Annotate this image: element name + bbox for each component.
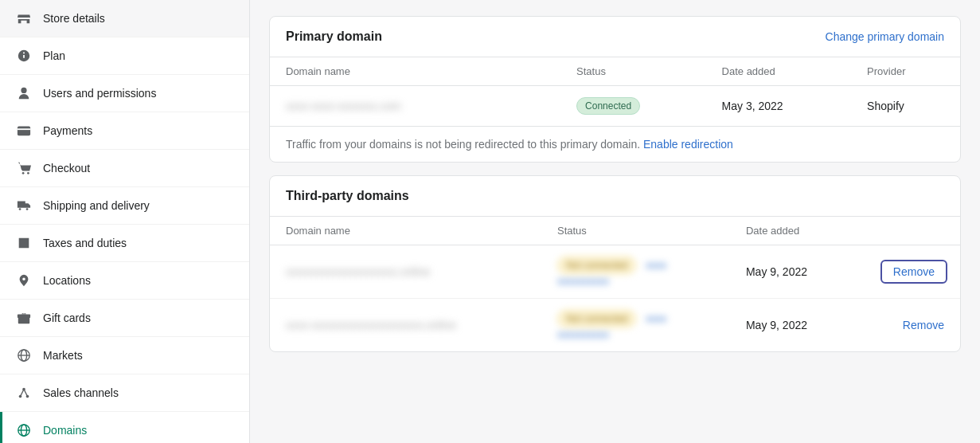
redirect-notice: Traffic from your domains is not being r… xyxy=(270,126,960,162)
primary-domain-row: xxxx-xxxx-xxxxxxx.com Connected May 3, 2… xyxy=(270,86,960,127)
primary-domain-status: Connected xyxy=(560,86,706,127)
sidebar-item-label: Locations xyxy=(43,274,91,287)
tp-status-badge-1: Not connected xyxy=(557,257,636,274)
tp-domain-blurred-2: xxxx-xxxxxxxxxxxxxxxxxxxx.online xyxy=(286,319,456,331)
sidebar-item-gift-cards[interactable]: Gift cards xyxy=(0,300,249,337)
svg-rect-0 xyxy=(18,127,30,136)
sidebar-item-label: Shipping and delivery xyxy=(43,199,150,212)
sidebar-item-label: Domains xyxy=(43,424,87,437)
shipping-icon xyxy=(16,198,32,214)
col-header-provider: Provider xyxy=(851,57,960,86)
sidebar-item-locations[interactable]: Locations xyxy=(0,262,249,300)
svg-point-3 xyxy=(19,208,21,210)
svg-rect-6 xyxy=(18,315,30,319)
col-header-status: Status xyxy=(560,57,706,86)
primary-domain-header: Primary domain Change primary domain xyxy=(270,17,960,57)
tp-status-cell-2: Not connected xxxx xxxxxxxxxx xyxy=(541,299,730,352)
third-party-domains-card: Third-party domains Domain name Status D… xyxy=(269,175,961,352)
plan-icon xyxy=(16,48,32,64)
domain-name-blurred: xxxx-xxxx-xxxxxxx.com xyxy=(286,100,401,112)
svg-line-13 xyxy=(21,390,25,397)
sidebar: Store details Plan Users and permissions… xyxy=(0,0,250,443)
sidebar-item-label: Payments xyxy=(43,124,92,137)
tp-date-2: May 9, 2022 xyxy=(730,299,865,352)
tp-domain-name-2: xxxx-xxxxxxxxxxxxxxxxxxxx.online xyxy=(270,299,541,352)
sidebar-item-label: Gift cards xyxy=(43,312,91,324)
sidebar-item-markets[interactable]: Markets xyxy=(0,337,249,374)
svg-line-14 xyxy=(24,390,28,397)
primary-domain-provider: Shopify xyxy=(851,86,960,127)
tp-col-header-date: Date added xyxy=(730,217,865,245)
sales-icon xyxy=(16,385,32,401)
tp-domain-row: xxxx-xxxxxxxxxxxxxxxxxxxx.online Not con… xyxy=(270,299,960,352)
sidebar-item-store-details[interactable]: Store details xyxy=(0,0,249,37)
remove-button-2[interactable]: Remove xyxy=(900,315,947,335)
tp-domain-name-1: xxxxxxxxxxxxxxxxxxxx.online xyxy=(270,245,541,299)
sidebar-item-sales-channels[interactable]: Sales channels xyxy=(0,374,249,412)
sidebar-item-plan[interactable]: Plan xyxy=(0,37,249,75)
users-icon xyxy=(16,85,32,101)
remove-button-1[interactable]: Remove xyxy=(880,260,947,284)
sidebar-item-label: Sales channels xyxy=(43,386,119,399)
sidebar-item-domains[interactable]: Domains xyxy=(0,412,249,443)
third-party-table-header: Domain name Status Date added xyxy=(270,217,960,245)
enable-redirection-link[interactable]: Enable redirection xyxy=(643,138,733,151)
sidebar-item-label: Store details xyxy=(43,12,105,25)
sidebar-item-shipping-and-delivery[interactable]: Shipping and delivery xyxy=(0,187,249,225)
connected-badge: Connected xyxy=(576,97,640,115)
tp-status-badge-2: Not connected xyxy=(557,310,636,327)
tp-domain-row: xxxxxxxxxxxxxxxxxxxx.online Not connecte… xyxy=(270,245,960,299)
third-party-domains-header: Third-party domains xyxy=(270,176,960,216)
tp-col-header-status: Status xyxy=(541,217,730,245)
sidebar-item-users-and-permissions[interactable]: Users and permissions xyxy=(0,75,249,112)
svg-rect-5 xyxy=(18,317,29,323)
primary-domain-name: xxxx-xxxx-xxxxxxx.com xyxy=(270,86,560,127)
tp-col-header-action xyxy=(865,217,960,245)
tp-date-1: May 9, 2022 xyxy=(730,245,865,299)
gift-icon xyxy=(16,310,32,326)
primary-domain-table-header: Domain name Status Date added Provider xyxy=(270,57,960,86)
third-party-domains-title: Third-party domains xyxy=(286,189,409,203)
tp-action-2: Remove xyxy=(865,299,960,352)
change-primary-domain-link[interactable]: Change primary domain xyxy=(826,30,944,43)
taxes-icon xyxy=(16,235,32,251)
svg-point-4 xyxy=(26,208,29,210)
svg-point-2 xyxy=(27,172,29,174)
sidebar-item-label: Taxes and duties xyxy=(43,237,127,249)
primary-domain-table: Domain name Status Date added Provider x… xyxy=(270,57,960,126)
svg-point-1 xyxy=(22,172,25,174)
col-header-domain-name: Domain name xyxy=(270,57,560,86)
sidebar-item-label: Users and permissions xyxy=(43,87,156,100)
col-header-date-added: Date added xyxy=(706,57,852,86)
locations-icon xyxy=(16,272,32,288)
third-party-domains-table: Domain name Status Date added xxxxxxxxxx… xyxy=(270,216,960,351)
tp-status-cell-1: Not connected xxxx xxxxxxxxxx xyxy=(541,245,730,299)
markets-icon xyxy=(16,347,32,363)
sidebar-item-payments[interactable]: Payments xyxy=(0,112,249,150)
store-icon xyxy=(16,10,32,26)
sidebar-item-label: Checkout xyxy=(43,162,90,174)
tp-domain-blurred-1: xxxxxxxxxxxxxxxxxxxx.online xyxy=(286,265,430,278)
sidebar-item-label: Markets xyxy=(43,349,83,362)
primary-domain-title: Primary domain xyxy=(286,29,382,44)
domains-icon xyxy=(16,422,32,438)
primary-domain-date: May 3, 2022 xyxy=(706,86,852,127)
sidebar-item-label: Plan xyxy=(43,49,65,62)
tp-action-1: Remove xyxy=(865,245,960,299)
primary-domain-card: Primary domain Change primary domain Dom… xyxy=(269,16,961,163)
tp-col-header-domain: Domain name xyxy=(270,217,541,245)
checkout-icon xyxy=(16,160,32,176)
main-content: Primary domain Change primary domain Dom… xyxy=(250,0,980,443)
sidebar-item-checkout[interactable]: Checkout xyxy=(0,150,249,187)
payments-icon xyxy=(16,123,32,139)
redirect-notice-text: Traffic from your domains is not being r… xyxy=(286,138,640,151)
sidebar-item-taxes-and-duties[interactable]: Taxes and duties xyxy=(0,225,249,262)
